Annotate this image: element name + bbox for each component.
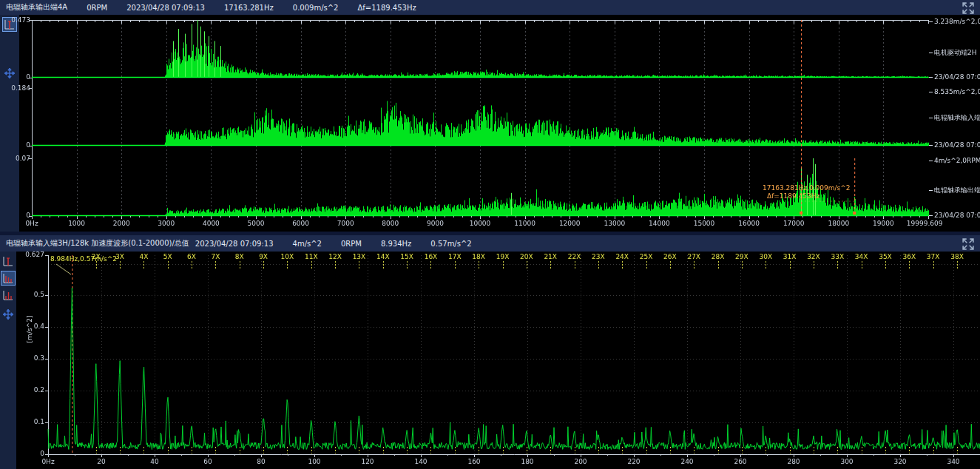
- expand-icon[interactable]: [962, 2, 974, 14]
- label-tick: [929, 92, 933, 92]
- x-tick-label: 1000: [68, 220, 85, 228]
- y-tick-label: 0.5: [1, 291, 44, 299]
- harmonic-marker-label: 24X: [615, 253, 629, 261]
- x-tick-label: 4000: [203, 220, 220, 228]
- right-label-text: 电辊轴承输入端3H: [934, 114, 980, 122]
- x-tick-label: 9000: [427, 220, 444, 228]
- x-tick-label: 120: [361, 458, 374, 466]
- x-tick-label: 200: [574, 458, 587, 466]
- x-tick-label: 260: [734, 458, 746, 466]
- right-label-text: 23/04/28 07:09:1: [934, 141, 980, 149]
- harmonic-marker-label: 34X: [855, 253, 868, 261]
- x-tick-label: 280: [787, 458, 800, 466]
- harmonic-marker-label: 26X: [663, 253, 677, 261]
- y-axis-max-label: 0.184: [1, 84, 30, 92]
- harmonic-marker-label: 37X: [927, 253, 940, 261]
- label-tick: [929, 145, 933, 146]
- bottom-datetime: 2023/04/28 07:09:13: [195, 240, 274, 248]
- x-tick-label: 40: [150, 458, 158, 466]
- x-tick-label: 17000: [783, 220, 805, 228]
- harmonic-marker-label: 30X: [759, 253, 772, 261]
- right-channel-label: 3.238m/s^2,0RPM: [929, 18, 980, 26]
- label-tick: [929, 53, 933, 53]
- harmonic-marker-label: 32X: [807, 253, 820, 261]
- harmonic-marker-label: 27X: [687, 253, 700, 261]
- right-channel-label: 电辊轴承输出端4A: [929, 186, 980, 195]
- bottom-range-value: 4m/s^2: [293, 240, 322, 248]
- harmonic-marker-label: 29X: [735, 253, 748, 261]
- x-tick-label: 7000: [337, 220, 354, 228]
- x-tick-label: 12000: [559, 220, 581, 228]
- right-label-text: 4m/s^2,0RPM: [934, 157, 980, 165]
- y-tick-label: 0: [1, 450, 44, 458]
- harmonic-marker-label: 16X: [425, 253, 438, 261]
- x-axis-end-label: 19999.609: [907, 220, 943, 228]
- vibration-analysis-app: 电辊轴承输出端4A 0RPM 2023/04/28 07:09:13 17163…: [0, 0, 980, 469]
- harmonic-marker-label: 23X: [592, 253, 605, 261]
- right-channel-label: 4m/s^2,0RPM: [929, 157, 980, 165]
- top-cursor-annotation: 17163.281Hz,0.009m/s^2 Δf=1189.453Hz: [763, 184, 851, 200]
- right-channel-label: 23/04/28 07:09:1: [929, 141, 980, 149]
- harmonic-marker-label: 19X: [496, 253, 510, 261]
- right-channel-label: 电机驱动端2H: [929, 49, 977, 57]
- top-cursor-amplitude: 0.009m/s^2: [293, 4, 339, 12]
- right-channel-label: 8.535m/s^2,0RPM: [929, 88, 980, 96]
- x-tick-label: 0Hz: [25, 220, 38, 228]
- harmonic-marker-label: 20X: [520, 253, 533, 261]
- harmonic-marker-label: 8X: [235, 253, 244, 261]
- y-tick-label: 0.627: [1, 251, 44, 259]
- right-label-text: 电机驱动端2H: [934, 49, 977, 57]
- harmonic-marker-label: 14X: [376, 253, 390, 261]
- x-tick-label: 15000: [694, 220, 715, 228]
- right-channel-label: 23/04/28 07:09:1: [929, 73, 980, 81]
- x-tick-label: 8000: [382, 220, 399, 228]
- x-tick-label: 5000: [248, 220, 265, 228]
- y-tick-label: 0.2: [1, 386, 44, 394]
- bottom-spectrum-canvas[interactable]: [0, 252, 980, 469]
- harmonic-marker-label: 21X: [544, 253, 557, 261]
- label-tick: [929, 190, 933, 191]
- x-tick-label: 320: [893, 458, 906, 466]
- right-channel-label: 电辊轴承输入端3H: [929, 114, 980, 122]
- harmonic-marker-label: 12X: [328, 253, 342, 261]
- harmonic-marker-label: 10X: [281, 253, 294, 261]
- x-tick-label: 300: [840, 458, 853, 466]
- top-cursor-frequency: 17163.281Hz: [224, 4, 274, 12]
- x-tick-label: 11000: [514, 220, 535, 228]
- harmonic-marker-label: 4X: [139, 253, 148, 261]
- x-tick-label: 340: [947, 458, 959, 466]
- x-tick-label: 3000: [158, 220, 175, 228]
- harmonic-marker-label: 9X: [259, 253, 268, 261]
- right-label-text: 电辊轴承输出端4A: [934, 186, 980, 195]
- top-annotation-line2: Δf=1189.453Hz: [767, 192, 851, 200]
- top-delta-f: Δf=1189.453Hz: [357, 4, 416, 12]
- harmonic-marker-label: 33X: [831, 253, 844, 261]
- x-tick-label: 180: [521, 458, 533, 466]
- x-tick-label: 100: [308, 458, 320, 466]
- top-annotation-line1: 17163.281Hz,0.009m/s^2: [763, 184, 851, 192]
- top-panel-header: 电辊轴承输出端4A 0RPM 2023/04/28 07:09:13 17163…: [0, 0, 980, 15]
- bottom-y-unit-label: [m/s^2]: [26, 316, 33, 343]
- label-tick: [929, 215, 933, 216]
- y-axis-zero-label: 0: [1, 141, 30, 149]
- y-tick-label: 0.1: [1, 418, 44, 426]
- right-channel-label: 23/04/28 07:09:1: [929, 212, 980, 220]
- harmonic-marker-label: 7X: [211, 253, 220, 261]
- right-label-text: 3.238m/s^2,0RPM: [934, 18, 980, 26]
- x-tick-label: 13000: [604, 220, 625, 228]
- x-tick-label: 80: [257, 458, 265, 466]
- expand-icon[interactable]: [962, 238, 974, 250]
- label-tick: [929, 161, 933, 161]
- bottom-rpm-value: 0RPM: [341, 240, 362, 248]
- x-tick-label: 18000: [828, 220, 849, 228]
- harmonic-marker-label: 13X: [353, 253, 366, 261]
- x-tick-label: 16000: [738, 220, 760, 228]
- x-tick-label: 140: [414, 458, 427, 466]
- right-label-text: 23/04/28 07:09:1: [934, 73, 980, 81]
- x-tick-label: 60: [203, 458, 212, 466]
- bottom-cursor-frequency: 8.934Hz: [381, 240, 411, 248]
- bottom-title: 电辊轴承输入端3H/128k 加速度波形(0.1-20000)/总值: [6, 238, 189, 249]
- bottom-cursor-annotation: 8.984Hz,0.57m/s^2: [50, 255, 117, 263]
- label-tick: [929, 118, 933, 118]
- y-axis-max-label: 0.07: [1, 155, 30, 163]
